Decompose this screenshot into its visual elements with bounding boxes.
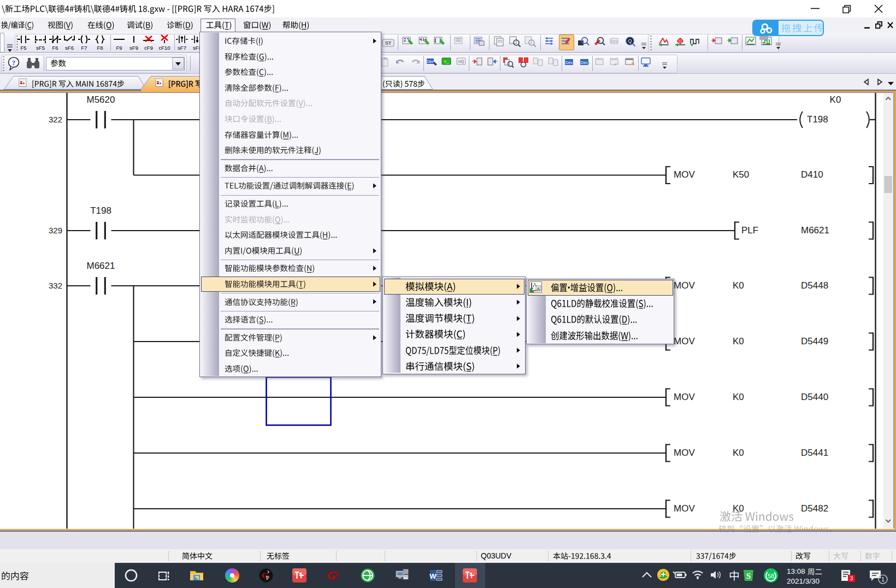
svg-text:P: P [266, 575, 269, 581]
svg-text:58: 58 [768, 573, 774, 579]
svg-text:1: 1 [881, 576, 885, 583]
svg-text:HQ: HQ [458, 60, 464, 64]
svg-text:3: 3 [850, 575, 853, 581]
svg-text:Q: Q [628, 38, 632, 44]
svg-text:W: W [429, 572, 437, 580]
svg-text:Dev: Dev [611, 39, 618, 43]
svg-text:Dev: Dev [565, 60, 573, 65]
svg-text:A: A [537, 286, 540, 291]
svg-text:?: ? [12, 58, 16, 67]
svg-text:S: S [746, 572, 751, 580]
svg-text:Dev: Dev [581, 60, 588, 65]
svg-text:ST: ST [385, 40, 392, 46]
svg-text:>_: >_ [444, 59, 449, 64]
